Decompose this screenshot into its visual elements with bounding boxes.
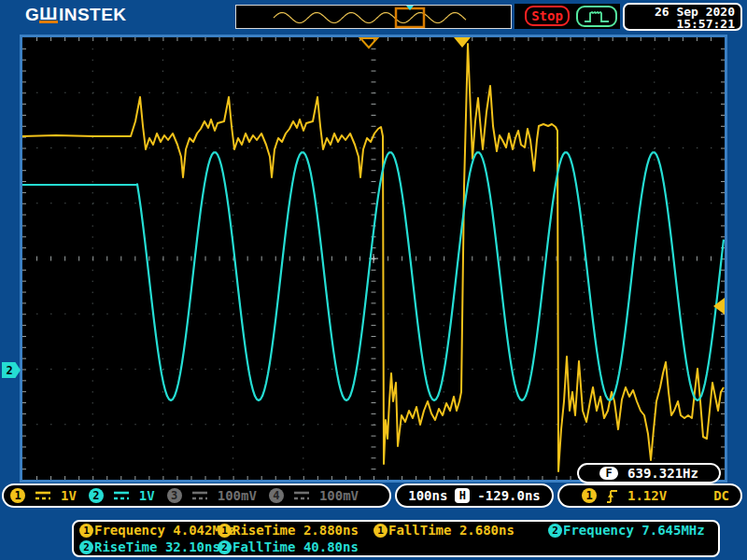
center-axis-tick: [176, 257, 177, 261]
grid-dot: [514, 457, 514, 458]
grid-dot: [120, 147, 121, 148]
grid-dot: [500, 424, 500, 425]
center-axis-tick: [372, 413, 376, 414]
zoom-window-indicator[interactable]: [396, 8, 424, 27]
edge-tick: [247, 37, 248, 41]
grid-dot: [585, 147, 585, 148]
center-axis-tick: [359, 257, 360, 261]
grid-dot: [416, 147, 416, 148]
grid-dot: [514, 292, 514, 293]
grid-dot: [388, 203, 388, 203]
grid-dot: [78, 369, 79, 370]
measurement-item: 2RiseTime 32.10ns: [79, 539, 220, 554]
grid-dot: [584, 358, 585, 359]
grid-dot: [514, 413, 514, 414]
grid-dot: [584, 49, 585, 49]
grid-dot: [514, 126, 514, 127]
grid-dot: [641, 424, 641, 425]
grid-dot: [514, 369, 514, 370]
edge-tick: [542, 37, 543, 41]
edge-tick: [331, 476, 332, 480]
meas-ch-badge: 1: [79, 524, 93, 538]
grid-dot: [654, 457, 655, 458]
edge-tick: [22, 225, 26, 226]
grid-dot: [613, 369, 613, 370]
edge-tick: [275, 37, 276, 41]
grid-dot: [514, 469, 514, 469]
edge-tick: [458, 476, 458, 480]
grid-dot: [444, 60, 444, 61]
grid-dot: [472, 424, 472, 425]
grid-dot: [654, 236, 655, 237]
measurement-item: 2Frequency 7.645MHz: [548, 523, 705, 538]
grid-dot: [458, 424, 458, 425]
grid-dot: [162, 358, 163, 359]
grid-dot: [514, 314, 514, 315]
grid-dot: [92, 181, 93, 182]
grid-dot: [92, 49, 93, 49]
grid-dot: [233, 413, 233, 414]
grid-dot: [317, 147, 318, 148]
center-axis-tick: [372, 469, 376, 469]
header-badge-strip: Stop: [514, 4, 620, 29]
grid-dot: [584, 347, 585, 348]
grid-dot: [162, 469, 163, 469]
expansion-point-marker[interactable]: [360, 38, 377, 48]
grid-dot: [233, 192, 233, 193]
grid-dot: [514, 402, 514, 403]
pulse-trigger-button[interactable]: [576, 6, 617, 27]
center-axis-tick: [372, 159, 376, 160]
edge-tick: [514, 476, 514, 480]
grid-dot: [514, 236, 514, 237]
edge-tick: [472, 37, 472, 41]
grid-dot: [654, 126, 655, 127]
grid-dot: [134, 314, 135, 315]
center-axis-tick: [78, 257, 79, 261]
measurements-panel: 1Frequency 4.042MHz 1RiseTime 2.880ns 1F…: [72, 520, 720, 557]
grid-dot: [331, 369, 332, 370]
grid-dot: [654, 302, 655, 303]
run-stop-button[interactable]: Stop: [525, 6, 570, 26]
grid-dot: [697, 424, 698, 425]
grid-dot: [303, 247, 303, 248]
grid-dot: [261, 203, 262, 203]
trigger-source-badge: 1: [582, 488, 597, 503]
grid-dot: [458, 314, 458, 315]
grid-dot: [233, 292, 233, 293]
grid-dot: [162, 446, 163, 447]
grid-dot: [472, 92, 472, 93]
measurement-item: 1RiseTime 2.880ns: [218, 523, 359, 538]
grid-dot: [303, 302, 303, 303]
grid-dot: [233, 270, 233, 271]
edge-tick: [22, 203, 26, 204]
grid-dot: [162, 104, 163, 105]
center-axis-tick: [162, 257, 163, 261]
grid-dot: [430, 424, 430, 425]
grid-dot: [303, 336, 303, 337]
grid-dot: [303, 325, 303, 326]
grid-dot: [303, 314, 304, 315]
grid-dot: [92, 469, 93, 469]
grid-dot: [233, 225, 233, 226]
grid-dot: [36, 92, 37, 93]
grid-dot: [233, 81, 233, 82]
center-axis-tick: [372, 425, 376, 426]
grid-dot: [388, 92, 388, 93]
center-axis-tick: [472, 257, 472, 261]
time-text: 15:57:21: [628, 18, 735, 30]
center-axis-tick: [92, 257, 93, 261]
center-axis-tick: [500, 257, 500, 261]
grid-dot: [261, 92, 262, 93]
grid-dot: [331, 424, 332, 425]
grid-dot: [641, 314, 641, 315]
grid-dot: [92, 314, 93, 315]
grid-dot: [233, 358, 233, 359]
grid-dot: [233, 181, 233, 182]
ch2-position-marker[interactable]: 2: [2, 362, 21, 378]
edge-tick: [22, 126, 26, 127]
edge-tick: [721, 402, 725, 403]
waveform-panel: [20, 35, 727, 483]
grid-dot: [219, 147, 220, 148]
grid-dot: [303, 192, 303, 193]
grid-dot: [654, 170, 655, 171]
